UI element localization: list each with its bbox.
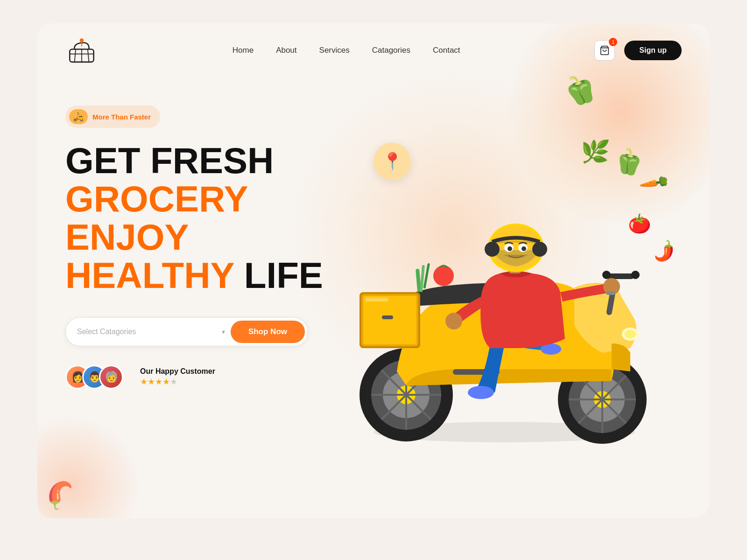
nav-item-home[interactable]: Home (233, 46, 254, 55)
hero-title-line2: GROCERY ENJOY (65, 180, 327, 257)
hero-section: 🛵 More Than Faster GET FRESH GROCERY ENJ… (37, 77, 710, 516)
svg-point-5 (80, 38, 84, 42)
svg-line-4 (88, 49, 89, 62)
logo (65, 36, 98, 64)
svg-rect-27 (631, 271, 640, 279)
badge-text: More Than Faster (92, 113, 151, 121)
svg-point-36 (433, 266, 454, 286)
category-select[interactable]: Select Catagories Fruits Vegetables Dair… (77, 328, 222, 336)
svg-point-40 (468, 386, 494, 399)
chevron-down-icon: ▾ (222, 328, 225, 336)
cart-button[interactable]: 1 (594, 40, 615, 61)
nav-item-services[interactable]: Services (319, 46, 350, 55)
hero-left: 🛵 More Than Faster GET FRESH GROCERY ENJ… (65, 87, 327, 389)
hero-right: 📍 🫑 🌿 🫑 🥕 🍅 🌶️ (327, 87, 682, 460)
svg-point-42 (445, 313, 462, 329)
cart-badge: 1 (609, 38, 617, 46)
svg-line-2 (75, 49, 76, 62)
svg-rect-30 (363, 296, 416, 344)
avatar-3: 🧓 (99, 365, 123, 389)
nav-link-services[interactable]: Services (319, 46, 350, 55)
nav-item-contact[interactable]: Contact (433, 46, 460, 55)
page-wrapper: Home About Services Catagories Contact (37, 23, 710, 518)
search-row: Select Catagories Fruits Vegetables Dair… (65, 317, 308, 346)
customer-info: Our Happy Customer ★★★★★ (140, 367, 215, 387)
customer-title: Our Happy Customer (140, 367, 215, 376)
hero-badge: 🛵 More Than Faster (65, 105, 160, 128)
star-empty: ★ (170, 377, 177, 386)
customer-avatars: 👩 👨 🧓 (65, 365, 123, 389)
signup-button[interactable]: Sign up (624, 41, 682, 60)
svg-point-53 (521, 246, 526, 251)
nav-link-home[interactable]: Home (233, 46, 254, 55)
svg-rect-31 (365, 298, 388, 301)
svg-point-49 (532, 242, 547, 257)
logo-icon (65, 36, 98, 64)
svg-rect-32 (382, 315, 393, 319)
nav-item-catagories[interactable]: Catagories (372, 46, 410, 55)
hero-title-line3-black: LIFE (244, 255, 323, 296)
customer-stars: ★★★★★ (140, 377, 215, 387)
nav-item-about[interactable]: About (276, 46, 296, 55)
svg-rect-26 (602, 271, 611, 279)
nav-link-contact[interactable]: Contact (433, 46, 460, 55)
navbar: Home About Services Catagories Contact (37, 23, 710, 77)
delivery-scooter-illustration (313, 110, 696, 451)
shop-now-button[interactable]: Shop Now (231, 321, 305, 343)
cart-icon (599, 45, 610, 56)
scooter-icon: 🛵 (73, 112, 84, 122)
svg-point-52 (507, 246, 512, 251)
svg-point-38 (625, 330, 636, 338)
nav-right: 1 Sign up (594, 40, 682, 61)
nav-links: Home About Services Catagories Contact (233, 46, 460, 55)
nav-link-catagories[interactable]: Catagories (372, 46, 410, 55)
hero-title: GET FRESH GROCERY ENJOY HEALTHY LIFE (65, 142, 327, 295)
svg-rect-44 (606, 291, 615, 295)
hero-title-line3: HEALTHY LIFE (65, 257, 327, 295)
hero-title-line1: GET FRESH (65, 142, 327, 180)
nav-link-about[interactable]: About (276, 46, 296, 55)
hero-title-line3-orange: HEALTHY (65, 255, 234, 296)
svg-point-48 (485, 242, 500, 257)
badge-icon: 🛵 (69, 109, 88, 124)
scooter-svg (313, 110, 696, 451)
customers-row: 👩 👨 🧓 Our Happy Customer ★★★★★ (65, 365, 327, 389)
